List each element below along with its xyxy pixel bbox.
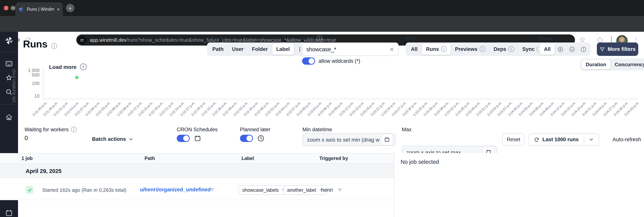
kind-previews[interactable]: Previews bbox=[451, 44, 489, 55]
window-close-button[interactable] bbox=[4, 6, 8, 10]
job-duration-point[interactable] bbox=[75, 76, 78, 79]
refresh-icon bbox=[534, 137, 539, 142]
label-filter-input[interactable]: showcase_* bbox=[302, 42, 399, 56]
x-axis-tick-label: 3:22:21 p.m. bbox=[158, 101, 175, 117]
site-info-icon[interactable] bbox=[78, 36, 86, 44]
status-all[interactable]: All bbox=[540, 44, 555, 55]
more-filters-label: More filters bbox=[608, 46, 636, 52]
x-axis-tick-label: 3:23:27 p.m. bbox=[391, 101, 407, 117]
kind-all[interactable]: All bbox=[407, 44, 422, 55]
waiting-info-icon[interactable] bbox=[71, 127, 77, 132]
extensions-puzzle-icon[interactable] bbox=[596, 36, 603, 43]
tab-duration[interactable]: Duration bbox=[582, 60, 610, 69]
kind-runs-info-icon[interactable] bbox=[441, 46, 446, 52]
x-axis-tick-label: 3:23:03 p.m. bbox=[306, 101, 323, 117]
x-axis-tick-label: 3:21:57 p.m. bbox=[74, 101, 90, 117]
clear-label-filter-icon[interactable] bbox=[389, 46, 394, 52]
kind-previews-text: Previews bbox=[455, 46, 478, 52]
sidebar-item-schedules-calendar-icon[interactable] bbox=[5, 209, 14, 217]
waiting-for-workers-label: Waiting for workers bbox=[24, 127, 77, 132]
x-axis-tick-label: 3:23:48 p.m. bbox=[465, 101, 481, 117]
browser-tab[interactable]: Runs | Windmill × bbox=[15, 2, 63, 16]
x-axis-tick-label: 3:23:39 p.m. bbox=[433, 101, 450, 117]
column-triggered-by: Triggered by bbox=[319, 156, 348, 161]
x-axis-tick-label: 3:24:12 p.m. bbox=[550, 101, 566, 117]
no-job-selected-text: No job selected bbox=[400, 159, 439, 165]
max-datetime-label: Max bbox=[402, 127, 412, 132]
x-axis-tick-label: 3:21:54 p.m. bbox=[64, 101, 80, 117]
kind-runs-text: Runs bbox=[426, 46, 439, 52]
x-axis-tick-label: 3:24:06 p.m. bbox=[528, 101, 545, 117]
filter-by-folder[interactable]: Folder bbox=[248, 44, 272, 55]
job-label-pill[interactable]: showcase_labels bbox=[238, 185, 290, 195]
status-success-check-icon[interactable] bbox=[566, 44, 578, 55]
tab-title: Runs | Windmill bbox=[27, 7, 54, 11]
status-failure-alert-icon[interactable] bbox=[578, 44, 590, 55]
x-axis-tick-label: 3:24:30 p.m. bbox=[613, 101, 629, 117]
planned-later-toggle[interactable] bbox=[240, 135, 253, 142]
kind-deps[interactable]: Deps bbox=[489, 44, 518, 55]
x-axis-tick-label: 3:22:12 p.m. bbox=[127, 101, 143, 117]
y-tick-100: 100 bbox=[16, 81, 40, 86]
status-running-play-icon[interactable] bbox=[555, 44, 566, 55]
kind-runs[interactable]: Runs bbox=[422, 44, 451, 55]
batch-actions-dropdown[interactable]: Batch actions bbox=[92, 136, 133, 142]
x-axis-tick-label: 3:22:39 p.m. bbox=[222, 101, 238, 117]
runs-window-button[interactable]: Last 1000 runs bbox=[528, 133, 584, 146]
x-axis-tick-label: 3:22:33 p.m. bbox=[201, 101, 217, 117]
cron-schedules-toggle[interactable] bbox=[177, 135, 190, 142]
y-tick-10: 10 bbox=[16, 93, 40, 99]
x-axis-tick-label: 3:24:00 p.m. bbox=[507, 101, 524, 117]
column-label: Label bbox=[242, 156, 254, 161]
x-axis-tick-label: 3:22:15 p.m. bbox=[138, 101, 154, 117]
triggered-by-filter-icon[interactable] bbox=[337, 188, 342, 193]
tab-close-icon[interactable]: × bbox=[57, 7, 60, 12]
runs-window-chevron-button[interactable] bbox=[584, 133, 599, 146]
more-filters-button[interactable]: More filters bbox=[597, 42, 638, 56]
sidebar-item-home-icon[interactable] bbox=[5, 113, 14, 122]
tab-concurrency[interactable]: Concurrency bbox=[610, 60, 644, 69]
x-axis-tick-label: 3:24:33 p.m. bbox=[624, 101, 640, 117]
x-axis-tick-label: 3:22:03 p.m. bbox=[95, 101, 111, 117]
x-axis-tick-label: 3:23:21 p.m. bbox=[370, 101, 386, 117]
kind-deps-info-icon[interactable] bbox=[508, 46, 514, 52]
browser-tabstrip: Runs | Windmill × + bbox=[0, 0, 644, 16]
window-minimize-button[interactable] bbox=[11, 6, 15, 10]
job-count: 1 job bbox=[22, 156, 32, 161]
x-axis-tick-label: 3:23:42 p.m. bbox=[444, 101, 460, 117]
page-title-info-icon[interactable] bbox=[51, 43, 57, 49]
load-more-button[interactable]: Load more bbox=[49, 63, 86, 70]
kind-label: Kind bbox=[406, 36, 416, 41]
min-datetime-calendar-button[interactable] bbox=[381, 134, 393, 145]
min-datetime-input[interactable]: zoom x axis to set min (drag wi bbox=[302, 133, 396, 146]
filter-by-user[interactable]: User bbox=[228, 44, 248, 55]
job-label-pill[interactable]: another_label bbox=[283, 185, 327, 195]
x-axis-tick-label: 3:23:18 p.m. bbox=[360, 101, 376, 117]
batch-actions-label: Batch actions bbox=[92, 136, 126, 142]
windmill-favicon bbox=[18, 6, 24, 12]
column-path: Path bbox=[144, 156, 155, 161]
x-axis-tick-label: 3:23:12 p.m. bbox=[338, 101, 354, 117]
windmill-logo[interactable] bbox=[4, 36, 14, 45]
x-axis-tick-label: 3:22:27 p.m. bbox=[180, 101, 196, 117]
load-more-info-icon[interactable] bbox=[80, 63, 86, 70]
x-axis-tick-label: 3:22:09 p.m. bbox=[116, 101, 132, 117]
auto-refresh-label: Auto-refresh bbox=[612, 137, 641, 142]
bookmark-star-icon[interactable] bbox=[579, 36, 586, 43]
new-tab-button[interactable]: + bbox=[66, 4, 74, 12]
job-path-link[interactable]: u/henri/organized_undefined bbox=[140, 187, 211, 193]
status-label: Status bbox=[538, 36, 553, 41]
filter-by-path[interactable]: Path bbox=[208, 44, 228, 55]
kind-previews-info-icon[interactable] bbox=[479, 46, 485, 52]
runs-window-split-button: Last 1000 runs bbox=[528, 133, 599, 146]
min-datetime-placeholder: zoom x axis to set min (drag wi bbox=[307, 136, 380, 143]
label-filter-info-icon[interactable] bbox=[317, 36, 322, 41]
x-axis-tick-label: 3:22:06 p.m. bbox=[106, 101, 122, 117]
reset-button[interactable]: Reset bbox=[502, 133, 524, 146]
x-axis-tick-label: 3:23:00 p.m. bbox=[296, 101, 312, 117]
calendar-icon bbox=[194, 135, 201, 142]
path-filter-icon[interactable] bbox=[210, 187, 215, 192]
filter-by-label-option[interactable]: Label bbox=[272, 44, 294, 55]
x-axis-tick-label: 3:24:09 p.m. bbox=[539, 101, 555, 117]
allow-wildcards-toggle[interactable] bbox=[302, 57, 315, 65]
